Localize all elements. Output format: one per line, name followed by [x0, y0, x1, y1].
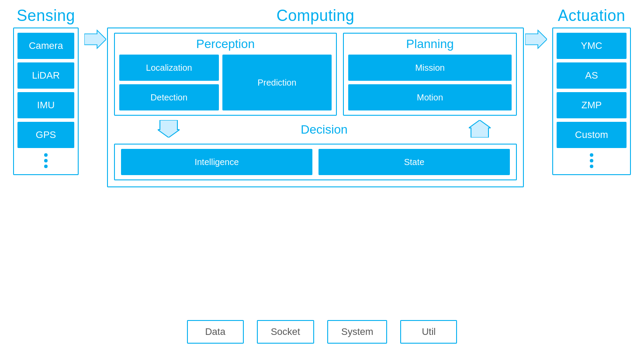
sensing-title: Sensing [17, 7, 75, 25]
state-btn: State [319, 149, 510, 175]
arrow-up-planning [469, 120, 491, 139]
svg-marker-0 [84, 30, 106, 48]
dot-2 [44, 159, 48, 162]
localization-btn: Localization [119, 55, 219, 81]
util-socket: Socket [257, 320, 314, 344]
util-util: Util [400, 320, 457, 344]
actuation-dots [590, 152, 593, 170]
perception-right: Prediction [222, 55, 332, 110]
perception-planning-row: Perception Localization Detection Predic… [114, 33, 517, 116]
arrow-down-perception [158, 120, 180, 139]
actuation-item-as: AS [557, 62, 627, 89]
sensing-item-lidar: LiDAR [17, 62, 74, 89]
top-row: Sensing Camera LiDAR IMU GPS Computing [9, 7, 635, 314]
arrow-sensing-to-computing [83, 28, 107, 50]
intelligence-btn: Intelligence [121, 149, 312, 175]
decision-title: Decision [180, 123, 469, 137]
motion-btn: Motion [348, 84, 512, 110]
arrows-row: Decision [114, 120, 517, 139]
perception-inner: Localization Detection Prediction [119, 55, 332, 110]
sensing-item-imu: IMU [17, 92, 74, 118]
computing-outer-box: Perception Localization Detection Predic… [107, 28, 524, 187]
actuation-title: Actuation [558, 7, 626, 25]
actuation-item-custom: Custom [557, 122, 627, 148]
actuation-item-ymc: YMC [557, 33, 627, 59]
planning-title: Planning [348, 37, 512, 51]
actuation-item-zmp: ZMP [557, 92, 627, 118]
prediction-btn: Prediction [222, 55, 332, 110]
sensing-dots [44, 152, 48, 170]
arrow-computing-to-actuation [524, 28, 548, 50]
dot-6 [590, 165, 593, 168]
computing-column: Computing Perception Localization Detect… [107, 7, 524, 187]
dot-3 [44, 165, 48, 168]
actuation-column: Actuation YMC AS ZMP Custom [548, 7, 635, 175]
planning-inner: Mission Motion [348, 55, 512, 110]
decision-box: Intelligence State [114, 144, 517, 180]
sensing-item-gps: GPS [17, 122, 74, 148]
svg-marker-1 [158, 120, 180, 138]
actuation-box: YMC AS ZMP Custom [552, 28, 631, 175]
util-data: Data [187, 320, 244, 344]
utilities-row: Data Socket System Util [9, 320, 635, 344]
sensing-box: Camera LiDAR IMU GPS [13, 28, 79, 175]
dot-5 [590, 159, 593, 162]
mission-btn: Mission [348, 55, 512, 81]
planning-box: Planning Mission Motion [343, 33, 517, 116]
dot-4 [590, 153, 593, 157]
util-system: System [327, 320, 387, 344]
svg-marker-2 [469, 120, 491, 138]
perception-box: Perception Localization Detection Predic… [114, 33, 337, 116]
detection-btn: Detection [119, 84, 219, 110]
svg-marker-3 [525, 30, 547, 48]
dot-1 [44, 153, 48, 157]
perception-title: Perception [119, 37, 332, 51]
sensing-item-camera: Camera [17, 33, 74, 59]
computing-title: Computing [277, 7, 355, 25]
sensing-column: Sensing Camera LiDAR IMU GPS [9, 7, 83, 175]
diagram-wrapper: Sensing Camera LiDAR IMU GPS Computing [0, 0, 644, 348]
perception-left: Localization Detection [119, 55, 219, 110]
